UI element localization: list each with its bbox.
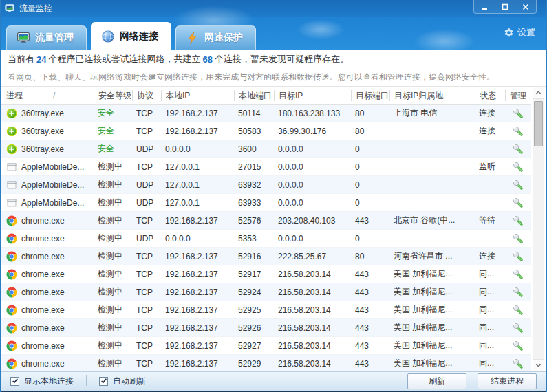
app-monitor-icon <box>5 3 16 13</box>
protocol-cell: TCP <box>132 127 161 136</box>
table-row[interactable]: AppleMobileDe...检测中TCP127.0.0.1270150.0.… <box>1 158 531 176</box>
column-header-5[interactable]: 目标IP <box>274 90 351 101</box>
wrench-icon[interactable] <box>513 144 524 155</box>
wrench-icon[interactable] <box>513 179 524 190</box>
wrench-icon[interactable] <box>513 233 524 244</box>
column-header-7[interactable]: 目标IP归属地 <box>389 90 475 101</box>
wrench-icon[interactable] <box>513 305 524 316</box>
manage-cell <box>505 323 531 334</box>
wrench-icon[interactable] <box>513 108 524 119</box>
wrench-icon[interactable] <box>513 323 524 334</box>
column-header-9[interactable]: 管理 <box>505 90 531 101</box>
column-header-3[interactable]: 本地IP <box>161 90 234 101</box>
manage-cell <box>505 340 531 351</box>
monitor-icon <box>17 31 30 45</box>
end-process-button[interactable]: 结束进程 <box>478 373 537 389</box>
close-button[interactable] <box>515 0 536 13</box>
wrench-icon[interactable] <box>513 251 524 262</box>
minimize-button[interactable] <box>474 0 495 13</box>
target-ip-cell: 216.58.203.14 <box>274 270 351 279</box>
generic-app-icon <box>6 162 17 173</box>
manage-cell <box>505 197 531 208</box>
process-cell: chrome.exe <box>1 323 94 334</box>
tab-speed[interactable]: 网速保护 <box>175 25 256 50</box>
target-ip-cell: 216.58.203.14 <box>274 359 351 369</box>
protocol-cell: TCP <box>132 109 161 118</box>
local-port-cell: 50114 <box>234 109 274 118</box>
table-row[interactable]: 360tray.exe安全TCP192.168.2.13750114180.16… <box>1 105 531 122</box>
traffic-monitor-window: 流量监控 流量管理网络连接网速保护 设置 当前有 24 个程序已连接或尝试连接网… <box>0 0 547 392</box>
checkbox-show-local[interactable]: 显示本地连接 <box>10 375 74 387</box>
wrench-icon[interactable] <box>513 162 524 173</box>
protocol-cell: TCP <box>132 162 161 172</box>
process-cell: 360tray.exe <box>1 126 94 137</box>
checkmark-icon <box>100 378 107 384</box>
local-port-cell: 52924 <box>234 287 274 297</box>
manage-cell <box>505 358 531 369</box>
location-cell: 美国 加利福尼... <box>389 286 475 298</box>
scrollbar-thumb[interactable] <box>534 101 543 146</box>
process-cell: 360tray.exe <box>1 108 94 119</box>
table-row[interactable]: chrome.exe检测中TCP192.168.2.13752924216.58… <box>1 283 531 301</box>
chrome-icon <box>6 340 17 351</box>
wrench-icon[interactable] <box>513 197 524 208</box>
tab-traffic[interactable]: 流量管理 <box>6 25 87 50</box>
column-header-4[interactable]: 本地端口 <box>234 90 274 101</box>
table-row[interactable]: AppleMobileDe...检测中UDP127.0.0.1639320.0.… <box>1 176 531 194</box>
table-row[interactable]: chrome.exe检测中TCP192.168.2.13752925216.58… <box>1 301 531 319</box>
target-ip-cell: 216.58.203.14 <box>274 341 351 351</box>
table-row[interactable]: 360tray.exe安全TCP192.168.2.1375058336.99.… <box>1 122 531 140</box>
table-row[interactable]: chrome.exe检测中UDP0.0.0.053530.0.0.00 <box>1 230 531 248</box>
security-cell: 检测中 <box>94 340 132 351</box>
checkbox-label: 显示本地连接 <box>24 375 74 387</box>
scroll-up-button[interactable] <box>533 87 544 99</box>
protocol-cell: TCP <box>132 323 161 333</box>
wrench-icon[interactable] <box>513 269 524 280</box>
protocol-cell: TCP <box>132 287 161 297</box>
tab-label: 网速保护 <box>204 32 243 44</box>
location-cell: 美国 加利福尼... <box>389 268 475 280</box>
scroll-down-button[interactable] <box>533 359 544 371</box>
checkbox-box[interactable] <box>10 377 19 386</box>
table-row[interactable]: AppleMobileDe...检测中UDP127.0.0.1639330.0.… <box>1 194 531 212</box>
table-row[interactable]: chrome.exe检测中TCP192.168.2.13752929216.58… <box>1 355 531 371</box>
local-ip-cell: 192.168.2.137 <box>161 359 234 369</box>
process-cell: 360tray.exe <box>1 144 94 155</box>
checkbox-box[interactable] <box>99 377 108 386</box>
column-header-0[interactable]: 进程/ <box>1 90 94 101</box>
wrench-icon[interactable] <box>513 358 524 369</box>
wrench-icon[interactable] <box>513 340 524 351</box>
table-row[interactable]: chrome.exe检测中TCP192.168.2.13752926216.58… <box>1 319 531 337</box>
table-row[interactable]: chrome.exe检测中TCP192.168.2.13752916222.85… <box>1 248 531 265</box>
refresh-button[interactable]: 刷新 <box>407 373 466 389</box>
checkbox-auto-refresh[interactable]: 自动刷新 <box>99 375 146 387</box>
column-header-1[interactable]: 安全等级 <box>94 90 132 101</box>
local-ip-cell: 127.0.0.1 <box>161 180 234 190</box>
protocol-cell: TCP <box>132 270 161 279</box>
gear-icon <box>504 28 514 38</box>
tab-connections[interactable]: 网络连接 <box>91 22 171 50</box>
local-port-cell: 52929 <box>234 359 274 369</box>
wrench-icon[interactable] <box>513 287 524 298</box>
status-cell: 同... <box>475 340 505 351</box>
security-cell: 安全 <box>94 143 132 155</box>
target-port-cell: 443 <box>351 270 389 279</box>
wrench-icon[interactable] <box>513 215 524 226</box>
process-cell: chrome.exe <box>1 287 94 298</box>
table-body: 360tray.exe安全TCP192.168.2.13750114180.16… <box>1 105 531 371</box>
local-port-cell: 3600 <box>234 144 274 154</box>
table-row[interactable]: chrome.exe检测中TCP192.168.2.13752576203.20… <box>1 212 531 230</box>
vertical-scrollbar[interactable] <box>533 87 544 371</box>
target-ip-cell: 216.58.203.14 <box>274 287 351 297</box>
maximize-button[interactable] <box>495 0 515 13</box>
table-row[interactable]: chrome.exe检测中TCP192.168.2.13752927216.58… <box>1 337 531 355</box>
local-port-cell: 63932 <box>234 180 274 190</box>
table-row[interactable]: 360tray.exe安全UDP0.0.0.036000.0.0.00 <box>1 140 531 158</box>
settings-button[interactable]: 设置 <box>504 26 535 39</box>
column-header-6[interactable]: 目标端口 <box>351 90 389 101</box>
wrench-icon[interactable] <box>513 126 524 137</box>
column-header-2[interactable]: 协议 <box>132 90 161 101</box>
summary-bar: 当前有 24 个程序已连接或尝试连接网络，共建立 68 个连接，暂未发现可疑程序… <box>1 50 546 69</box>
column-header-8[interactable]: 状态 <box>475 90 505 101</box>
table-row[interactable]: chrome.exe检测中TCP192.168.2.13752917216.58… <box>1 265 531 283</box>
